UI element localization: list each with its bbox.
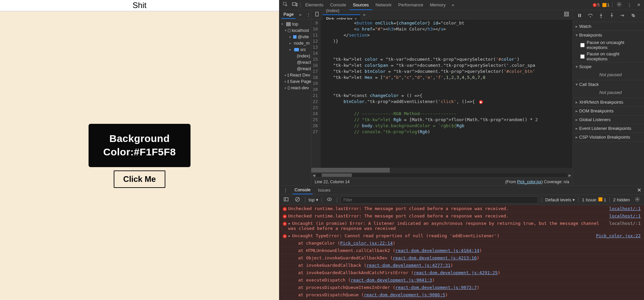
more-subtabs-icon[interactable]: » [298,11,303,18]
close-drawer-icon[interactable]: ✕ [637,187,641,193]
console-log-row[interactable]: ×▸Uncaught TypeError: Cannot read proper… [279,232,644,240]
scope-not-paused: Not paused [573,71,644,80]
console-log-row[interactable]: ×Unchecked runtime.lastError: The messag… [279,212,644,220]
tree-node[interactable]: node_m [294,41,310,46]
pause-icon[interactable] [576,12,584,20]
kebab-icon[interactable]: ⋮ [626,2,633,8]
code-body[interactable]: <button onClick={changeColor} id="color_… [321,19,540,168]
console-stack-row[interactable]: at HTMLUnknownElement.callCallback2 (rea… [279,247,644,254]
console-log-row[interactable]: ×▸Uncaught (in promise) Error: A listene… [279,220,644,232]
global-section[interactable]: Global Listeners [573,115,644,124]
pause-uncaught-checkbox[interactable]: Pause on uncaught exceptions [573,39,644,51]
log-levels-select[interactable]: Default levels ▾ [545,197,575,202]
svg-rect-4 [316,12,318,16]
separator [612,2,612,8]
console-stack-row[interactable]: at invokeGuardedCallbackAndCatchFirstErr… [279,269,644,277]
svg-line-15 [296,198,299,201]
console-tab[interactable]: Console [292,186,313,194]
console-settings-icon[interactable] [633,196,641,204]
scope-section[interactable]: Scope [573,62,644,71]
file-icon[interactable] [313,11,321,18]
drawer-kebab-icon[interactable]: ⋮ [282,187,289,193]
file-tree[interactable]: ▾top ▾localhost ▸@vite ▸node_m ▸src (ind… [279,19,311,92]
more-tabs-icon[interactable]: » [450,2,455,8]
separator [578,197,579,203]
cursor-pos: Line 22, Column 14 [315,180,350,184]
devtools: ElementsConsoleSourcesNetworkPerformance… [279,0,644,300]
svg-point-18 [637,199,638,200]
evt-section[interactable]: Event Listener Breakpoints [573,124,644,133]
tree-react2[interactable]: @react [297,66,311,71]
tree-src[interactable]: src [300,47,306,52]
more-edtabs-icon[interactable]: » [362,11,367,18]
console-stack-row[interactable]: at executeDispatch (react-dom.developmen… [279,277,644,284]
clear-console-icon[interactable] [293,196,302,204]
issues-indicator[interactable]: 1 Issue: 1 [582,197,606,202]
console-stack-row[interactable]: at dispatchEventsForPlugins (react-dom.d… [279,299,644,300]
tree-reactdev[interactable]: React Dev [290,72,310,78]
tab-network[interactable]: Network [372,0,395,9]
dom-section[interactable]: DOM Breakpoints [573,107,644,115]
tree-react1[interactable]: @react [297,60,311,65]
csp-section[interactable]: CSP Violation Breakpoints [573,133,644,141]
click-me-button[interactable]: Click Me [114,170,165,188]
svg-point-10 [601,17,602,18]
tab-performance[interactable]: Performance [395,0,426,9]
snippets-icon[interactable] [562,11,571,18]
separator [322,197,322,203]
xhr-section[interactable]: XHR/fetch Breakpoints [573,98,644,106]
console-log-row[interactable]: ×Unchecked runtime.lastError: The messag… [279,205,644,212]
status-file-link[interactable]: Pick_color.jsx [517,180,542,184]
outer-scrollbar[interactable]: ◀ ▶ [311,172,573,178]
step-out-icon[interactable] [608,12,616,20]
console-stack-row[interactable]: at Object.invokeGuardedCallbackDev (reac… [279,254,644,262]
close-devtools-icon[interactable]: ✕ [636,2,642,8]
svg-rect-6 [566,13,568,15]
code-editor[interactable]: 9101112131415161718192021222324252627 <b… [311,19,573,168]
live-expr-icon[interactable] [325,196,333,204]
nav-kebab-icon[interactable]: ⋮ [305,11,312,18]
horizontal-scrollbar[interactable] [311,168,573,172]
step-over-icon[interactable] [586,12,594,20]
step-icon[interactable] [619,12,627,20]
callstack-not-paused: Not paused [573,89,644,98]
breakpoints-section[interactable]: Breakpoints [573,31,644,39]
tree-savepage[interactable]: Save Page [290,79,311,84]
svg-point-3 [619,4,620,5]
separator [609,197,610,203]
warning-count[interactable]: 1 [602,2,609,7]
console-log-area[interactable]: ×Unchecked runtime.lastError: The messag… [279,205,644,300]
pause-caught-checkbox[interactable]: Pause on caught exceptions [573,51,644,62]
device-toggle-icon[interactable] [291,1,299,9]
tree-localhost[interactable]: localhost [292,28,309,33]
console-stack-row[interactable]: at changeColor (Pick_color.jsx:22:14) [279,240,644,247]
page-subtab[interactable]: Page [281,10,296,19]
context-selector[interactable]: top ▾ [309,197,318,202]
hidden-count[interactable]: 2 hidden [613,197,630,202]
separator [305,197,305,203]
watch-section[interactable]: Watch [573,22,644,31]
console-stack-row[interactable]: at invokeGuardedCallback (react-dom.deve… [279,262,644,269]
step-into-icon[interactable] [597,12,605,20]
console-stack-row[interactable]: at processDispatchQueue (react-dom.devel… [279,291,644,299]
svg-point-17 [329,199,330,200]
error-count[interactable]: ×5 [593,2,600,7]
tree-index[interactable]: (index) [297,53,310,58]
svg-rect-12 [284,198,288,201]
console-filter-input[interactable] [340,196,538,204]
sidebar-toggle-icon[interactable] [282,196,290,204]
separator [300,2,301,8]
issues-tab[interactable]: Issues [316,186,333,194]
callstack-section[interactable]: Call Stack [573,80,644,89]
tree-top[interactable]: top [292,21,298,27]
deactivate-bp-icon[interactable] [629,12,637,20]
console-stack-row[interactable]: at processDispatchQueueItemsInOrder (rea… [279,284,644,291]
settings-icon[interactable] [615,1,623,9]
tree-vite[interactable]: @vite [298,34,309,39]
tab-memory[interactable]: Memory [427,0,449,9]
inspect-icon[interactable] [281,1,289,9]
tree-reactdev2[interactable]: react-dev [291,85,309,90]
editor-tabs: (index)Pick_color.jsx× » [311,10,573,19]
coverage-info: (From Pick_color.jsx) Coverage: n/a [505,180,569,184]
editor-tab[interactable]: (index) [323,7,360,14]
